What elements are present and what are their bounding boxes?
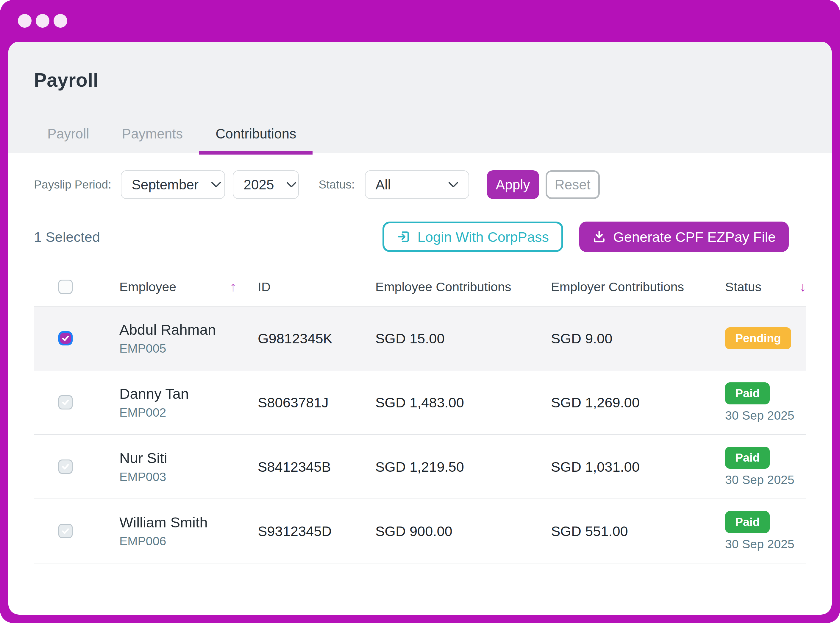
status-badge: Pending <box>725 327 791 349</box>
employee-nric: S9312345D <box>258 523 375 539</box>
window-dot-icon <box>36 14 49 28</box>
employee-contribution-amount: SGD 1,219.50 <box>375 459 551 475</box>
sort-descending-icon[interactable]: ↓ <box>800 279 806 294</box>
status-badge: Paid <box>725 511 770 533</box>
page-title: Payroll <box>34 69 832 91</box>
payslip-period-label: Payslip Period: <box>34 178 111 191</box>
window-dot-icon <box>18 14 32 28</box>
employee-name: Nur Siti <box>119 450 258 466</box>
apply-button[interactable]: Apply <box>487 170 539 199</box>
selected-count: 1 Selected <box>34 229 100 245</box>
generate-ezpay-label: Generate CPF EZPay File <box>613 229 776 245</box>
check-icon <box>61 398 70 407</box>
reset-button[interactable]: Reset <box>546 170 600 199</box>
row-checkbox[interactable] <box>58 331 73 345</box>
login-arrow-icon <box>397 230 410 244</box>
row-checkbox[interactable] <box>58 395 73 410</box>
title-bar <box>0 0 840 42</box>
login-corppass-label: Login With CorpPass <box>418 229 549 245</box>
tab-payments[interactable]: Payments <box>106 126 199 153</box>
check-icon <box>61 526 70 536</box>
check-icon <box>61 462 70 471</box>
status-badge: Paid <box>725 447 770 469</box>
status-filter-label: Status: <box>318 178 355 191</box>
month-select-value: September <box>132 176 199 193</box>
tab-payroll[interactable]: Payroll <box>34 126 106 153</box>
select-all-checkbox[interactable] <box>58 280 73 294</box>
tab-contributions[interactable]: Contributions <box>199 126 312 153</box>
page-content: Payslip Period: September 2025 Status: A… <box>8 170 832 563</box>
filter-bar: Payslip Period: September 2025 Status: A… <box>34 170 806 199</box>
action-bar: 1 Selected Login With CorpPass Generate … <box>34 222 806 252</box>
employee-contribution-amount: SGD 15.00 <box>375 330 551 347</box>
employee-nric: G9812345K <box>258 330 375 347</box>
employee-code: EMP002 <box>119 406 258 420</box>
generate-ezpay-button[interactable]: Generate CPF EZPay File <box>579 222 789 252</box>
employee-name: Abdul Rahman <box>119 321 258 338</box>
employee-code: EMP005 <box>119 342 258 356</box>
check-icon <box>61 334 70 343</box>
column-header-id: ID <box>258 280 271 294</box>
status-date: 30 Sep 2025 <box>725 408 806 423</box>
employee-nric: S8412345B <box>258 459 375 475</box>
app-window-frame: Payroll Payroll Payments Contributions P… <box>0 0 840 623</box>
employer-contribution-amount: SGD 551.00 <box>551 523 725 539</box>
employee-code: EMP003 <box>119 470 258 484</box>
row-checkbox[interactable] <box>58 459 73 474</box>
table-body: Abdul Rahman EMP005 G9812345K SGD 15.00 … <box>34 306 806 563</box>
download-icon <box>592 230 606 244</box>
employee-name: Danny Tan <box>119 385 258 402</box>
employer-contribution-amount: SGD 1,031.00 <box>551 459 725 475</box>
sort-ascending-icon[interactable]: ↑ <box>230 279 236 294</box>
window-dot-icon <box>54 14 67 28</box>
table-row[interactable]: Nur Siti EMP003 S8412345B SGD 1,219.50 S… <box>34 435 806 499</box>
employee-nric: S8063781J <box>258 394 375 411</box>
employee-contribution-amount: SGD 1,483.00 <box>375 394 551 411</box>
column-header-employer-contributions: Employer Contributions <box>551 280 684 294</box>
chevron-down-icon <box>448 181 458 188</box>
month-select[interactable]: September <box>121 170 225 199</box>
table-row[interactable]: Abdul Rahman EMP005 G9812345K SGD 15.00 … <box>34 306 806 370</box>
year-select[interactable]: 2025 <box>233 170 299 199</box>
status-date: 30 Sep 2025 <box>725 537 806 551</box>
row-checkbox[interactable] <box>58 524 73 538</box>
login-corppass-button[interactable]: Login With CorpPass <box>383 222 563 252</box>
contributions-table: Employee ↑ ID Employee Contributions Emp… <box>34 267 806 563</box>
status-date: 30 Sep 2025 <box>725 473 806 487</box>
page-header: Payroll Payroll Payments Contributions <box>8 42 832 153</box>
employer-contribution-amount: SGD 1,269.00 <box>551 394 725 411</box>
employee-contribution-amount: SGD 900.00 <box>375 523 551 539</box>
column-header-status: Status <box>725 280 761 294</box>
table-row[interactable]: William Smith EMP006 S9312345D SGD 900.0… <box>34 499 806 563</box>
employee-code: EMP006 <box>119 534 258 548</box>
chevron-down-icon <box>211 181 221 188</box>
employee-name: William Smith <box>119 514 258 531</box>
table-row[interactable]: Danny Tan EMP002 S8063781J SGD 1,483.00 … <box>34 370 806 435</box>
table-header-row: Employee ↑ ID Employee Contributions Emp… <box>34 267 806 306</box>
employer-contribution-amount: SGD 9.00 <box>551 330 725 347</box>
window-control-dots <box>18 14 67 28</box>
column-header-employee-contributions: Employee Contributions <box>375 280 511 294</box>
column-header-employee: Employee <box>119 280 176 294</box>
chevron-down-icon <box>286 181 297 188</box>
status-select[interactable]: All <box>365 170 469 199</box>
status-select-value: All <box>376 176 391 193</box>
status-badge: Paid <box>725 382 770 404</box>
app-window: Payroll Payroll Payments Contributions P… <box>8 42 832 615</box>
tab-bar: Payroll Payments Contributions <box>34 126 312 153</box>
year-select-value: 2025 <box>243 176 274 193</box>
